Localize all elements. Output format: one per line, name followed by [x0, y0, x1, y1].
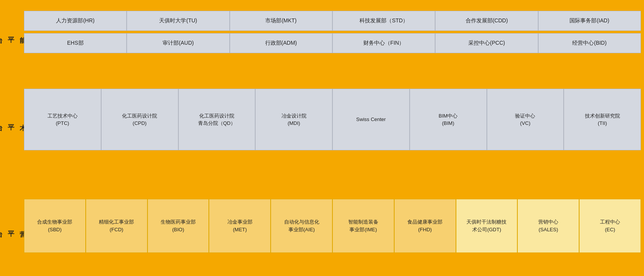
fp-cell-cdd: 合作发展部(CDD) [435, 11, 538, 31]
fp-cell-mkt: 市场部(MKT) [230, 11, 332, 31]
tp-cell-qd: 化工医药设计院青岛分院（QD） [178, 89, 256, 150]
fp-label-tai: 台 [0, 32, 5, 32]
fp-cell-hr: 人力资源部(HR) [24, 11, 127, 31]
left-labels: 职 能 平 台 (FP) 技 术 平 台 (TP) 运 营 平 台 (OP) [0, 0, 24, 276]
fp-cell-adm: 行政部(ADM) [230, 33, 332, 53]
op-cell-sbd: 合成生物事业部(SBD) [24, 199, 86, 253]
op-cell-fhd: 食品健康事业部(FHD) [394, 199, 456, 253]
op-cell-ime: 智能制造装备事业部(IME) [332, 199, 394, 253]
fp-row-1: 人力资源部(HR) 天俱时大学(TU) 市场部(MKT) 科技发展部（STD） … [24, 11, 641, 31]
fp-cell-ehs: EHS部 [24, 33, 127, 53]
op-label-tai: 台 [0, 226, 5, 226]
main-container: 职 能 平 台 (FP) 技 术 平 台 (TP) 运 营 平 台 (OP) [0, 0, 644, 276]
fp-label-pingtai: 平 [5, 32, 17, 32]
label-fp: 职 能 平 台 (FP) [0, 0, 24, 64]
label-op: 运 营 平 台 (OP) [0, 175, 24, 276]
label-tp: 技 术 平 台 (TP) [0, 64, 24, 175]
op-label-ping: 平 [5, 226, 17, 226]
tp-row: 工艺技术中心(PTC) 化工医药设计院(CPD) 化工医药设计院青岛分院（QD）… [24, 89, 641, 150]
tp-label-ping: 平 [5, 119, 17, 120]
fp-cell-aud: 审计部(AUD) [127, 33, 229, 53]
tp-section: 工艺技术中心(PTC) 化工医药设计院(CPD) 化工医药设计院青岛分院（QD）… [24, 64, 644, 175]
tp-cell-mdi: 冶金设计院(MDI) [255, 89, 332, 150]
fp-cell-fin: 财务中心（FIN） [332, 33, 435, 53]
op-section: 合成生物事业部(SBD) 精细化工事业部(FCD) 生物医药事业部(BIO) 冶… [24, 175, 644, 276]
fp-row-2: EHS部 审计部(AUD) 行政部(ADM) 财务中心（FIN） 采控中心(PC… [24, 33, 641, 53]
op-row: 合成生物事业部(SBD) 精细化工事业部(FCD) 生物医药事业部(BIO) 冶… [24, 199, 641, 253]
fp-cell-tu: 天俱时大学(TU) [127, 11, 229, 31]
op-cell-ec: 工程中心(EC) [579, 199, 641, 253]
fp-section: 人力资源部(HR) 天俱时大学(TU) 市场部(MKT) 科技发展部（STD） … [24, 0, 644, 64]
tp-cell-ptc: 工艺技术中心(PTC) [24, 89, 101, 150]
tp-cell-cpd: 化工医药设计院(CPD) [101, 89, 178, 150]
op-cell-bio: 生物医药事业部(BIO) [147, 199, 209, 253]
op-cell-gdt: 天俱时干法制糖技术公司(GDT) [456, 199, 518, 253]
op-cell-aie: 自动化与信息化事业部(AIE) [271, 199, 332, 253]
tp-label-tai: 台 [0, 119, 5, 120]
tp-cell-tii: 技术创新研究院(TII) [564, 89, 641, 150]
fp-cell-iad: 国际事务部(IAD) [538, 11, 641, 31]
tp-cell-vc: 验证中心(VC) [487, 89, 564, 150]
tp-cell-swiss: Swiss Center [332, 89, 410, 150]
op-cell-fcd: 精细化工事业部(FCD) [86, 199, 147, 253]
fp-cell-std: 科技发展部（STD） [332, 11, 435, 31]
op-cell-met: 冶金事业部(MET) [209, 199, 271, 253]
content-area: 人力资源部(HR) 天俱时大学(TU) 市场部(MKT) 科技发展部（STD） … [24, 0, 644, 276]
tp-cell-bim: BIM中心(BIM) [410, 89, 487, 150]
op-cell-sales: 营销中心(SALES) [517, 199, 579, 253]
fp-cell-bid: 经营中心(BID) [538, 33, 641, 53]
fp-cell-pcc: 采控中心(PCC) [435, 33, 538, 53]
